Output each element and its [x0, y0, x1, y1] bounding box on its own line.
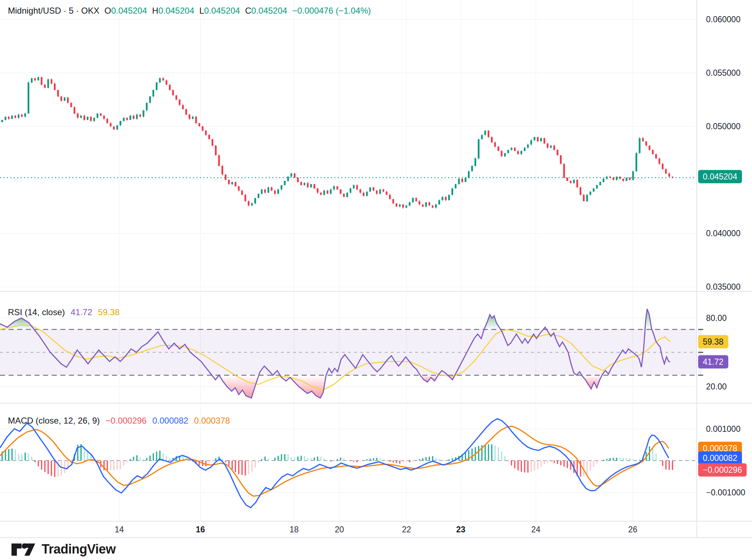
tradingview-mark-icon [11, 541, 37, 557]
price-axis-label: 0.060000 [706, 15, 741, 24]
time-tick-20: 20 [335, 525, 344, 535]
ohlc-high: H0.045204 [152, 6, 194, 16]
macd-line-value: 0.000082 [152, 416, 188, 426]
rsi-axis-label: 20.00 [706, 382, 727, 392]
macd-hist-value: −0.000296 [106, 416, 147, 426]
price-change: −0.000476 (−1.04%) [292, 6, 371, 16]
chart-header: Midnight/USD · 5 · OKX O0.045204 H0.0452… [8, 6, 371, 16]
ohlc-low: L0.045204 [199, 6, 240, 16]
price-axis-label: 0.040000 [706, 229, 741, 238]
rsi-value-badge: 41.72 [698, 355, 728, 369]
last-price-badge: 0.045204 [698, 170, 742, 183]
macd-pane-header: MACD (close, 12, 26, 9) −0.000296 0.0000… [8, 416, 230, 426]
time-tick-18: 18 [289, 525, 299, 535]
time-tick-22: 22 [402, 525, 411, 535]
macd-value-badge: −0.000296 [698, 463, 747, 477]
time-tick-16: 16 [196, 525, 205, 535]
time-tick-26: 26 [628, 525, 637, 535]
macd-axis-label: 0.001000 [706, 424, 741, 434]
rsi-axis-label: 80.00 [706, 313, 727, 323]
price-axis-label: 0.050000 [706, 122, 741, 131]
rsi-pane-header: RSI (14, close) 41.72 59.38 [8, 307, 120, 317]
time-tick-24: 24 [531, 525, 540, 535]
ohlc-open: O0.045204 [105, 6, 147, 16]
price-axis-label: 0.035000 [706, 282, 741, 292]
macd-value-badge: 0.000082 [698, 452, 742, 465]
time-tick-14: 14 [115, 525, 124, 535]
rsi-indicator-title[interactable]: RSI (14, close) [8, 307, 65, 317]
tradingview-logo[interactable]: TradingView [11, 541, 116, 557]
ohlc-close: C0.045204 [245, 6, 287, 16]
symbol-title[interactable]: Midnight/USD · 5 · OKX [8, 6, 99, 16]
rsi-current-value: 41.72 [71, 307, 92, 317]
macd-axis-label: −0.001000 [706, 488, 745, 498]
macd-signal-value: 0.000378 [194, 416, 230, 426]
tradingview-wordmark: TradingView [42, 542, 116, 557]
rsi-ma-value: 59.38 [98, 307, 120, 317]
price-axis-label: 0.055000 [706, 68, 741, 78]
rsi-value-badge: 59.38 [698, 335, 728, 349]
time-tick-23: 23 [456, 525, 465, 535]
chart-window: Midnight/USD · 5 · OKX O0.045204 H0.0452… [0, 0, 752, 560]
macd-indicator-title[interactable]: MACD (close, 12, 26, 9) [8, 416, 100, 426]
chart-canvas[interactable] [0, 0, 752, 560]
